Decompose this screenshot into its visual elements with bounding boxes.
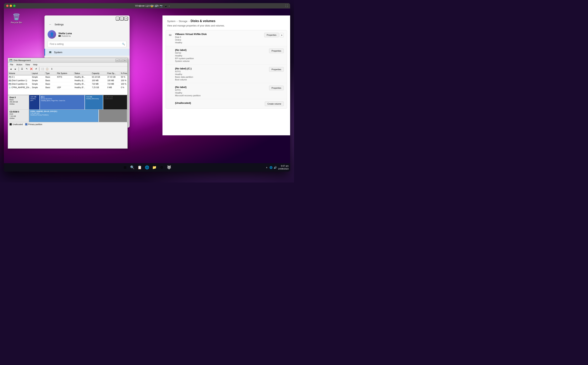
partition-recovery-info: (No label) NTFS Healthy Microsoft recove… [175,86,201,97]
table-row[interactable]: 💾 (Disk 0 partition 4) Simple Basic Heal… [8,82,128,86]
chevron-left-icon[interactable]: ‹ [169,4,170,7]
windows-desktop: 🗑️ Recycle Bin — □ ✕ ← Settings [4,8,290,172]
vmware-disk-group: 🖴 VMware Virtual NVMe Disk Disk 0 Online… [166,30,287,109]
settings-win-controls: — □ ✕ [116,17,128,21]
menu-view[interactable]: View [24,63,31,66]
settings-user-section: 👤 Stella Luna thatstel.la [44,29,130,41]
partition-unallocated-visual[interactable]: 192.00 GB Unallocated [103,95,128,109]
partition-recovery-label: (No label) [175,86,201,89]
settings-nav-system-label: System [54,51,62,54]
breadcrumb-sep2: › [189,20,189,23]
taskbar-game-icon[interactable]: 🐺 [166,164,172,171]
settings-search-input[interactable] [48,41,127,47]
disk0-visual-size: 255.98 GB [9,101,27,103]
toolbar-btn2[interactable]: ✎ [25,67,29,71]
disk-mgmt-close-btn[interactable]: ✕ [123,59,127,62]
row-cpra-status: Healthy (P... [74,86,91,89]
taskbar-volume-icon[interactable]: 🔊 [274,166,277,169]
taskbar-settings-icon[interactable]: ⚙ [158,164,165,171]
video-icon[interactable]: 📷 [160,4,163,7]
partition-c-status: Healthy (Boot, Page File, Crash Du [41,100,83,101]
disk-mgmt-maximize-btn[interactable]: □ [119,59,123,62]
settings-window-title: Settings [55,23,64,26]
disk0-visual-row: Disk 0 Basic 255.98 GB Online 100 MB Hea… [8,95,128,110]
row-c-pct: 59 % [120,76,128,78]
disk-properties-button[interactable]: Properties [264,33,279,37]
taskbar-search-icon[interactable]: 🔍 [129,164,136,171]
partition-efi[interactable]: 100 MB Healthy (EFI [29,95,40,109]
row-c-capacity: 63.18 GB [91,76,106,78]
close-traffic-light[interactable] [6,5,8,7]
table-row[interactable]: 💾 (Disk 0 partition 1) Simple Basic Heal… [8,79,128,82]
toolbar-btn6[interactable]: 📋 [45,67,49,71]
row-cpra-pct: 0 % [120,86,128,89]
partition-ntfs-c-properties-button[interactable]: Properties [269,67,284,72]
toolbar-btn5[interactable]: ⛶ [40,67,45,71]
row-p4-layout: Simple [31,83,45,85]
user-account-row: thatstel.la [58,35,72,37]
partition-c-drive[interactable]: (C:) 63.18 GB NTFS Healthy (Boot, Page F… [40,95,85,109]
menu-help[interactable]: Help [32,63,39,66]
disk-collapse-button[interactable]: ∧ [280,33,284,37]
partition-fat32-properties-button[interactable]: Properties [269,49,284,53]
taskbar-clock[interactable]: 9:07 am 14/08/2023 [278,165,289,170]
settings-minimize-btn[interactable]: — [116,17,120,21]
taskbar-explorer-icon[interactable]: 📁 [151,164,158,171]
toolbar-btn7[interactable]: ℹ [50,67,54,71]
taskbar-start-icon[interactable]: ⊞ [121,164,128,171]
partition-recovery-visual[interactable]: 719 MB Healthy (Recovery [85,95,103,109]
disks-volumes-panel: System › Storage › Disks & volumes View … [163,15,290,135]
toolbar-btn1[interactable]: ☰ [20,67,24,71]
partition-recovery-properties-button[interactable]: Properties [269,86,284,90]
taskbar-edge-icon[interactable]: 🌐 [143,164,150,171]
taskbar-date: 14/08/2023 [278,168,289,170]
menu-action[interactable]: Action [15,63,24,66]
settings-back-button[interactable]: ← [48,22,53,27]
create-volume-button[interactable]: Create volume [265,101,284,106]
user-account-label: thatstel.la [62,35,71,37]
toolbar-fwd-btn[interactable]: ► [13,67,18,71]
partition-efi-status: Healthy (EFI [30,98,38,101]
partition-ntfs-c-extra: Boot volume [175,78,193,81]
microsoft-account-icon [58,35,61,37]
legend-unallocated: Unallocated [9,123,23,126]
legend-primary-label: Primary partition [28,123,42,126]
disk-mgmt-minimize-btn[interactable]: — [115,59,119,62]
partition-fat32-type: EFI system partition [175,57,194,60]
taskbar-network-icon[interactable]: 🌐 [269,166,273,169]
toolbar-btn4[interactable]: ↺ [34,67,38,71]
toolbar-back-btn[interactable]: ◄ [9,67,13,71]
settings-maximize-btn[interactable]: □ [120,17,124,21]
disk-mgmt-icon: 💾 [9,59,12,62]
recycle-bin-image: 🗑️ [13,13,20,21]
partition-cdrom-content[interactable]: CPRA_A64FRE_EN-US_DV5 (D:) 7.25 GB UDF H… [29,110,99,122]
row-p4-volume: 💾 (Disk 0 partition 4) [8,83,31,85]
minimize-traffic-light[interactable] [10,5,12,7]
taskbar-chevron-up-icon[interactable]: ∧ [265,166,268,169]
partition-fat32-extra: System volume [175,60,194,62]
recycle-bin-icon[interactable]: 🗑️ Recycle Bin [10,13,23,24]
row-p4-type: Basic [45,83,56,85]
taskbar-taskview-icon[interactable]: 📋 [136,164,143,171]
row-p4-status: Healthy (R... [74,83,91,85]
vm-titlebar: ⊞ ⇄ 🖨 🔒 🔊 📷 📱 ‹ Windows 11 64-bit Arm ⛶ [4,3,290,8]
device-icon[interactable]: 📱 [164,4,167,7]
disk-mgmt-visual: Disk 0 Basic 255.98 GB Online 100 MB Hea… [8,95,128,133]
toolbar-btn3[interactable]: ❌ [29,67,34,71]
menu-file[interactable]: File [9,63,14,66]
settings-close-btn[interactable]: ✕ [124,17,128,21]
table-row[interactable]: 💾 (C:) Simple Basic NTFS Healthy (B... 6… [8,75,128,79]
partition-recovery-status: Healthy (Recovery [86,98,102,99]
vm-resize-icon[interactable]: ⛶ [285,4,288,7]
th-filesystem: File System [56,72,74,74]
row-c-volume: 💾 (C:) [8,76,31,78]
cdrom0-visual-label: CD-ROM 0 [9,111,27,113]
partition-fat32-info: (No label) FAT32 Healthy EFI system part… [175,49,194,62]
row-p4-pct: 100 % [120,83,128,85]
disk-mgmt-table-body: 💾 (C:) Simple Basic NTFS Healthy (B... 6… [8,75,128,95]
table-row[interactable]: 💿 CPRA_A64FRE_EN-... Simple Basic UDF He… [8,86,128,89]
maximize-traffic-light[interactable] [13,5,15,7]
settings-nav-system[interactable]: 💻 System [44,49,130,56]
disk-main-name: VMware Virtual NVMe Disk [175,33,207,35]
user-avatar[interactable]: 👤 [48,30,56,39]
